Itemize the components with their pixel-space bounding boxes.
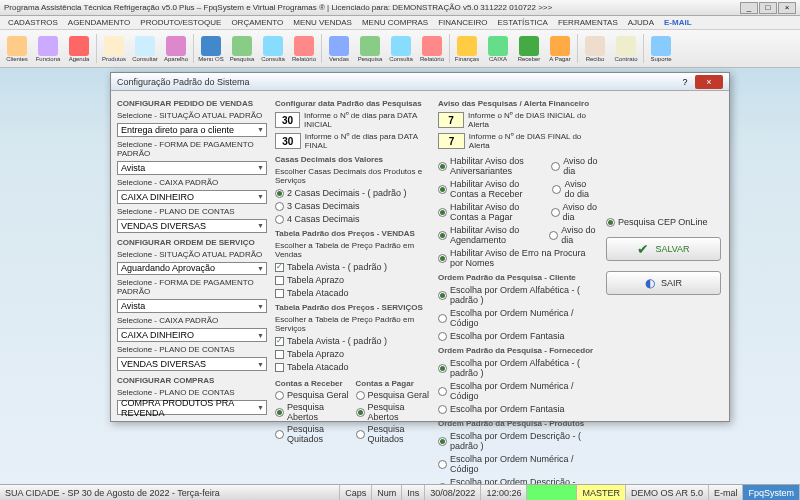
receber-abertos-radio[interactable]: Pesquisa Abertos (275, 402, 350, 422)
toolbar-finanças-button[interactable]: Finanças (452, 32, 482, 65)
compras-pc-combo[interactable]: COMPRA PRODUTOS PRA REVENDA (117, 400, 267, 415)
menu-produto[interactable]: PRODUTO/ESTOQUE (136, 18, 225, 27)
maximize-button[interactable]: □ (759, 2, 777, 14)
toolbar-menu os-button[interactable]: Menu OS (196, 32, 226, 65)
os-pag-combo[interactable]: Avista (117, 299, 267, 313)
menu os-icon (201, 36, 221, 56)
toolbar-consultar-button[interactable]: Consultar (130, 32, 160, 65)
prevendas-aprazo-check[interactable]: Tabela Aprazo (275, 275, 430, 285)
toolbar-pesquisa-button[interactable]: Pesquisa (355, 32, 385, 65)
toolbar-agenda-button[interactable]: Agenda (64, 32, 94, 65)
toolbar-aparelho-button[interactable]: Aparelho (161, 32, 191, 65)
pagar-geral-radio[interactable]: Pesquisa Geral (356, 390, 431, 400)
status-time: 12:00:26 (481, 485, 527, 500)
ordcli-fant-radio[interactable]: Escolha por Ordem Fantasia (438, 331, 598, 341)
os-sit-combo[interactable]: Aguardando Aprovação (117, 262, 267, 276)
toolbar-vendas-button[interactable]: Vendas (324, 32, 354, 65)
data-final-input[interactable]: 30 (275, 133, 301, 149)
toolbar-receber-button[interactable]: Receber (514, 32, 544, 65)
preserv-aprazo-check[interactable]: Tabela Aprazo (275, 349, 430, 359)
aviso-receber-radio[interactable] (438, 185, 447, 194)
window-titlebar: Programa Assistência Técnica Refrigeraçã… (0, 0, 800, 16)
minimize-button[interactable]: _ (740, 2, 758, 14)
vendas-sit-combo[interactable]: Entrega direto para o cliente (117, 123, 267, 137)
aviso-agend-dia-radio[interactable] (549, 231, 558, 240)
menu-ferramentas[interactable]: FERRAMENTAS (554, 18, 622, 27)
menu-email[interactable]: E-MAIL (660, 18, 696, 27)
vendas-pag-combo[interactable]: Avista (117, 161, 267, 175)
toolbar-relatório-button[interactable]: Relatório (417, 32, 447, 65)
toolbar-label: Consultar (132, 56, 158, 62)
toolbar-consulta-button[interactable]: Consulta (386, 32, 416, 65)
toolbar-relatório-button[interactable]: Relatório (289, 32, 319, 65)
menu-financeiro[interactable]: FINANCEIRO (434, 18, 491, 27)
toolbar-funciona-button[interactable]: Funciona (33, 32, 63, 65)
toolbar-label: Consulta (261, 56, 285, 62)
ordcli-num-radio[interactable]: Escolha por Ordem Numérica / Código (438, 308, 598, 328)
menu-estatistica[interactable]: ESTATÍSTICA (494, 18, 552, 27)
toolbar-contrato-button[interactable]: Contrato (611, 32, 641, 65)
pagar-abertos-radio[interactable]: Pesquisa Abertos (356, 402, 431, 422)
cep-online-radio[interactable]: Pesquisa CEP OnLine (606, 217, 721, 227)
toolbar-caixa-button[interactable]: CAIXA (483, 32, 513, 65)
salvar-button[interactable]: ✔SALVAR (606, 237, 721, 261)
consulta-icon (391, 36, 411, 56)
receber-quitados-radio[interactable]: Pesquisa Quitados (275, 424, 350, 444)
close-button[interactable]: × (778, 2, 796, 14)
prevendas-atacado-check[interactable]: Tabela Atacado (275, 288, 430, 298)
os-pc-combo[interactable]: VENDAS DIVERSAS (117, 357, 267, 371)
toolbar-pesquisa-button[interactable]: Pesquisa (227, 32, 257, 65)
suporte-icon (651, 36, 671, 56)
menu-ajuda[interactable]: AJUDA (624, 18, 658, 27)
aviso-receber-dia-radio[interactable] (552, 185, 561, 194)
menu-cadastros[interactable]: CADASTROS (4, 18, 62, 27)
ordfor-alfa-radio[interactable]: Escolha por Ordem Alfabética - ( padrão … (438, 358, 598, 378)
toolbar-clientes-button[interactable]: Clientes (2, 32, 32, 65)
toolbar-a pagar-button[interactable]: A Pagar (545, 32, 575, 65)
menu-orcamento[interactable]: ORÇAMENTO (227, 18, 287, 27)
vendas-pc-combo[interactable]: VENDAS DIVERSAS (117, 219, 267, 233)
data-inicial-input[interactable]: 30 (275, 112, 300, 128)
sair-button[interactable]: ◐SAIR (606, 271, 721, 295)
consultar-icon (135, 36, 155, 56)
dialog-help-button[interactable]: ? (675, 77, 695, 87)
vendas-cx-combo[interactable]: CAIXA DINHEIRO (117, 190, 267, 204)
toolbar-consulta-button[interactable]: Consulta (258, 32, 288, 65)
dialog-close-button[interactable]: × (695, 75, 723, 89)
toolbar-label: Produtos (102, 56, 126, 62)
decimais-2-radio[interactable]: 2 Casas Decimais - ( padrão ) (275, 188, 430, 198)
decimais-3-radio[interactable]: 3 Casas Decimais (275, 201, 430, 211)
pagar-quitados-radio[interactable]: Pesquisa Quitados (356, 424, 431, 444)
preserv-avista-check[interactable]: Tabela Avista - ( padrão ) (275, 336, 430, 346)
toolbar-produtos-button[interactable]: Produtos (99, 32, 129, 65)
menu-vendas[interactable]: MENU VENDAS (289, 18, 356, 27)
toolbar-recibo-button[interactable]: Recibo (580, 32, 610, 65)
status-brand[interactable]: FpqSystem (743, 485, 800, 500)
prevendas-avista-check[interactable]: Tabela Avista - ( padrão ) (275, 262, 430, 272)
vendas-pag-label: Selecione - FORMA DE PAGAMENTO PADRÃO (117, 140, 267, 158)
preserv-atacado-check[interactable]: Tabela Atacado (275, 362, 430, 372)
ordcli-alfa-radio[interactable]: Escolha por Ordem Alfabética - ( padrão … (438, 285, 598, 305)
menu-agendamento[interactable]: AGENDAMENTO (64, 18, 135, 27)
receber-geral-radio[interactable]: Pesquisa Geral (275, 390, 350, 400)
aviso-pagar-dia-radio[interactable] (551, 208, 560, 217)
menu-compras[interactable]: MENU COMPRAS (358, 18, 432, 27)
aviso-aniv-dia-radio[interactable] (551, 162, 560, 171)
aviso-aniv-radio[interactable] (438, 162, 447, 171)
ordfor-num-radio[interactable]: Escolha por Ordem Numérica / Código (438, 381, 598, 401)
aviso-erro-radio[interactable] (438, 254, 447, 263)
status-mail[interactable]: E-mal (709, 485, 744, 500)
aviso-pagar-radio[interactable] (438, 208, 447, 217)
toolbar-suporte-button[interactable]: Suporte (646, 32, 676, 65)
aviso-agend-radio[interactable] (438, 231, 447, 240)
os-cx-combo[interactable]: CAIXA DINHEIRO (117, 328, 267, 342)
ordprod-desc-radio[interactable]: Escolha por Ordem Descrição - ( padrão ) (438, 431, 598, 451)
aviso-ini-input[interactable]: 7 (438, 112, 464, 128)
ordfor-fant-radio[interactable]: Escolha por Ordem Fantasia (438, 404, 598, 414)
decimais-4-radio[interactable]: 4 Casas Decimais (275, 214, 430, 224)
aviso-fin-input[interactable]: 7 (438, 133, 465, 149)
ordprod-num-radio[interactable]: Escolha por Ordem Numérica / Código (438, 454, 598, 474)
funciona-icon (38, 36, 58, 56)
status-ins: Ins (402, 485, 425, 500)
finanças-icon (457, 36, 477, 56)
